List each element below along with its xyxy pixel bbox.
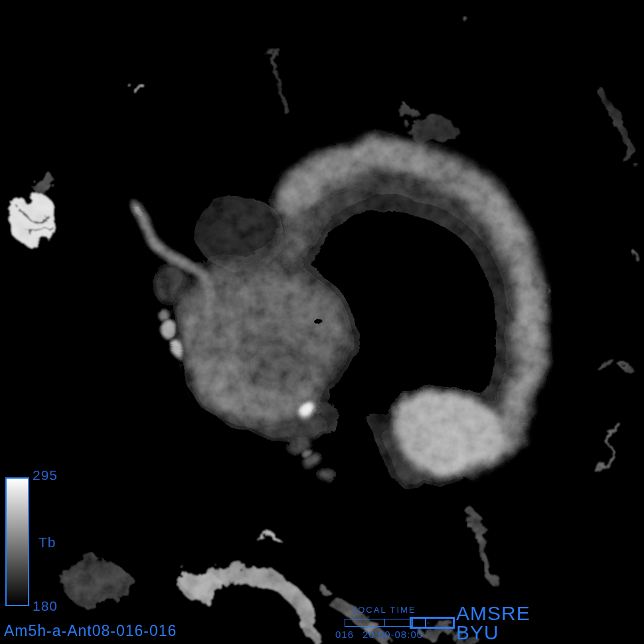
colorbar-units-label: Tb xyxy=(39,535,56,549)
institution-label: BYU xyxy=(456,623,499,643)
local-time-day: 016 xyxy=(335,629,354,639)
satellite-map xyxy=(0,0,644,644)
local-time-bar-cell xyxy=(412,619,426,627)
local-time-selected-range xyxy=(410,617,455,629)
product-id-label: Am5h-a-Ant08-016-016 xyxy=(4,623,177,639)
screenshot-stage: 295 Tb 180 Am5h-a-Ant08-016-016 LOCAL TI… xyxy=(0,0,644,644)
local-time-bar-cell xyxy=(345,619,385,626)
local-time-bar-cell xyxy=(385,619,412,626)
instrument-label: AMSRE xyxy=(456,604,530,623)
local-time-bar-cell xyxy=(426,619,453,627)
local-time-bar xyxy=(345,619,413,627)
noise-texture-coarse xyxy=(0,0,644,644)
colorbar-gradient xyxy=(5,477,29,606)
colorbar-min-label: 180 xyxy=(33,599,58,613)
local-time-title: LOCAL TIME xyxy=(352,605,416,614)
colorbar-max-label: 295 xyxy=(33,468,58,482)
local-time-range: 20:00-08:00 xyxy=(362,629,423,639)
